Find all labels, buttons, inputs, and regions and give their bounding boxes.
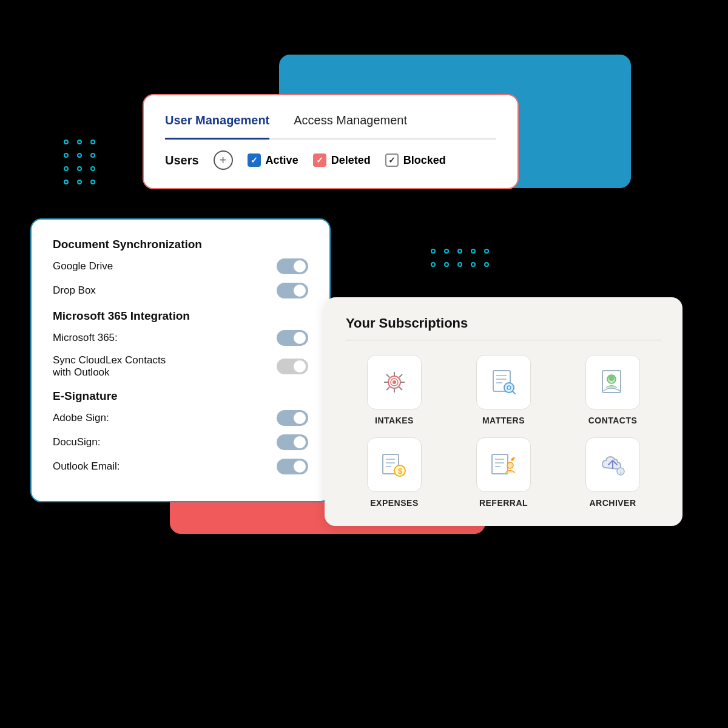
archiver-label: ARCHIVER (589, 498, 636, 508)
dropbox-label: Drop Box (53, 285, 277, 297)
checkbox-blocked-icon: ✓ (385, 153, 399, 167)
tab-access-management[interactable]: Access Management (294, 113, 407, 132)
filter-blocked-label: Blocked (403, 154, 446, 167)
referral-icon-box (476, 437, 531, 492)
dot-grid-left (64, 140, 95, 184)
subscription-item-intakes[interactable]: INTAKES (346, 355, 443, 425)
svg-line-7 (399, 387, 402, 390)
matters-icon-box (476, 355, 531, 410)
matters-icon (487, 366, 520, 399)
tab-row: User Management Access Management (165, 113, 496, 140)
subscriptions-divider (346, 340, 661, 340)
subscription-item-expenses[interactable]: $ EXPENSES (346, 437, 443, 508)
tab-user-management[interactable]: User Management (165, 113, 269, 140)
adobe-sign-row: Adobe Sign: (53, 410, 308, 426)
dot-grid-right (431, 249, 489, 267)
adobe-sign-label: Adobe Sign: (53, 412, 277, 424)
ms365-section-title: Microsoft 365 Integration (53, 309, 308, 323)
svg-line-17 (513, 391, 515, 394)
subscription-item-referral[interactable]: REFERRAL (455, 437, 552, 508)
docusign-row: DocuSign: (53, 434, 308, 450)
subscription-item-contacts[interactable]: CONTACTS (564, 355, 661, 425)
expenses-icon: $ (378, 448, 411, 481)
sync-outlook-row: Sync CloudLex Contacts with Outlook (53, 354, 308, 379)
svg-point-1 (393, 380, 396, 384)
sync-outlook-label: Sync CloudLex Contacts with Outlook (53, 354, 277, 379)
google-drive-toggle[interactable] (277, 258, 308, 274)
matters-label: MATTERS (482, 416, 525, 425)
esignature-section-title: E-Signature (53, 389, 308, 403)
svg-point-31 (507, 462, 513, 468)
svg-line-6 (386, 374, 389, 377)
outlook-email-toggle[interactable] (277, 459, 308, 474)
docusign-label: DocuSign: (53, 436, 277, 448)
intakes-icon (378, 366, 411, 399)
subscriptions-grid: INTAKES MATTERS (346, 355, 661, 508)
user-management-card: User Management Access Management Users … (143, 94, 519, 189)
outlook-email-label: Outlook Email: (53, 460, 277, 473)
expenses-icon-box: $ (367, 437, 422, 492)
subscription-item-matters[interactable]: MATTERS (455, 355, 552, 425)
ms365-label: Microsoft 365: (53, 332, 277, 344)
svg-text:$: $ (398, 467, 403, 476)
dropbox-toggle[interactable] (277, 283, 308, 298)
intakes-label: INTAKES (375, 416, 414, 425)
contacts-label: CONTACTS (588, 416, 638, 425)
dropbox-row: Drop Box (53, 283, 308, 298)
svg-rect-27 (492, 454, 508, 474)
referral-label: REFERRAL (479, 498, 528, 508)
ms365-row: Microsoft 365: (53, 330, 308, 346)
svg-point-20 (608, 375, 615, 381)
expenses-label: EXPENSES (370, 498, 418, 508)
filter-active[interactable]: ✓ Active (248, 153, 298, 167)
sync-outlook-toggle[interactable] (277, 359, 308, 374)
contacts-icon (596, 366, 629, 399)
outlook-email-row: Outlook Email: (53, 459, 308, 474)
adobe-sign-toggle[interactable] (277, 410, 308, 426)
users-label: Users (165, 153, 199, 167)
google-drive-label: Google Drive (53, 260, 277, 272)
filter-deleted-label: Deleted (331, 154, 371, 167)
filter-deleted[interactable]: ✓ Deleted (313, 153, 371, 167)
subscriptions-card: Your Subscriptions INTAK (325, 297, 682, 526)
add-user-button[interactable]: + (214, 150, 233, 170)
checkbox-active-icon: ✓ (248, 153, 261, 167)
subscriptions-title: Your Subscriptions (346, 315, 661, 331)
archiver-icon: ↓ (596, 448, 629, 481)
svg-line-9 (386, 387, 389, 390)
ms365-toggle[interactable] (277, 330, 308, 346)
filter-blocked[interactable]: ✓ Blocked (385, 153, 446, 167)
doc-sync-section-title: Document Synchronization (53, 238, 308, 251)
document-sync-card: Document Synchronization Google Drive Dr… (30, 218, 331, 502)
google-drive-row: Google Drive (53, 258, 308, 274)
filter-row: Users + ✓ Active ✓ Deleted ✓ Blocked (165, 150, 496, 170)
svg-text:↓: ↓ (619, 468, 622, 475)
svg-line-8 (399, 374, 402, 377)
contacts-icon-box (585, 355, 640, 410)
docusign-toggle[interactable] (277, 434, 308, 450)
intakes-icon-box (367, 355, 422, 410)
checkbox-deleted-icon: ✓ (313, 153, 326, 167)
subscription-item-archiver[interactable]: ↓ ARCHIVER (564, 437, 661, 508)
filter-active-label: Active (266, 154, 298, 167)
referral-icon (487, 448, 520, 481)
archiver-icon-box: ↓ (585, 437, 640, 492)
